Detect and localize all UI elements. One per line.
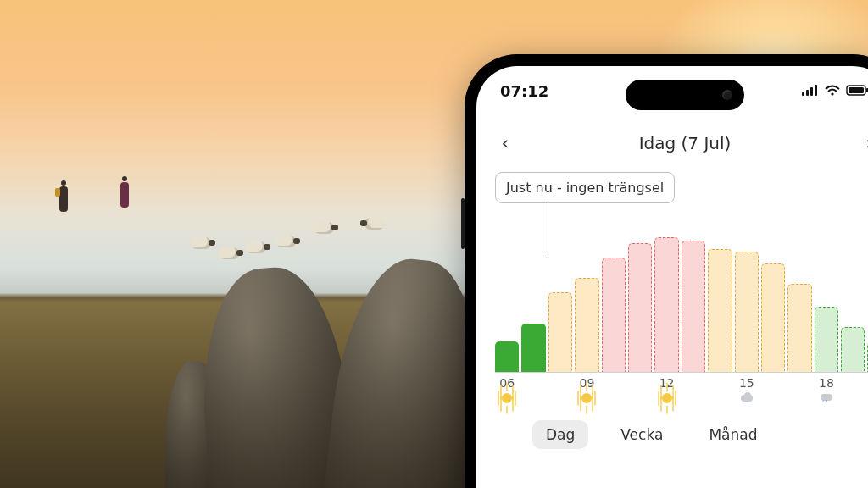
xtick: 15 <box>739 376 754 390</box>
bar-hour-10[interactable] <box>602 258 626 373</box>
phone-screen: 07:12 ‹ Idag (7 Jul) › Just nu - ingen t… <box>476 66 868 488</box>
bar-hour-18[interactable] <box>815 307 838 373</box>
hiker <box>120 182 129 208</box>
bar-hour-17[interactable] <box>787 284 811 373</box>
bar-hour-16[interactable] <box>761 263 785 373</box>
xtick: 06 <box>499 376 515 390</box>
xtick: 09 <box>579 376 594 390</box>
now-tooltip-text: Just nu - ingen trängsel <box>506 180 664 196</box>
bar-hour-6[interactable] <box>495 341 519 373</box>
phone-mockup: 07:12 ‹ Idag (7 Jul) › Just nu - ingen t… <box>465 54 868 488</box>
svg-rect-0 <box>802 92 804 96</box>
svg-rect-1 <box>806 90 809 96</box>
bar-hour-12[interactable] <box>654 237 678 373</box>
hiker <box>59 186 68 212</box>
bar-hour-13[interactable] <box>682 241 705 373</box>
bar-hour-8[interactable] <box>548 292 572 373</box>
bar-hour-9[interactable] <box>575 278 598 373</box>
prev-day-button[interactable]: ‹ <box>497 132 514 153</box>
tab-week[interactable]: Vecka <box>607 420 676 449</box>
sheep <box>364 218 385 230</box>
wifi-icon <box>824 85 841 97</box>
sheep <box>314 222 334 234</box>
next-day-button[interactable]: › <box>856 132 868 153</box>
bar-hour-14[interactable] <box>708 249 732 373</box>
svg-rect-6 <box>849 87 864 93</box>
status-time: 07:12 <box>500 82 548 100</box>
date-title: Idag (7 Jul) <box>639 133 732 153</box>
status-bar: 07:12 <box>476 66 868 115</box>
bar-hour-11[interactable] <box>628 243 652 373</box>
crowding-chart: 0609121518 <box>495 212 868 403</box>
date-nav: ‹ Idag (7 Jul) › <box>495 132 868 153</box>
xtick: 12 <box>659 376 675 390</box>
bar-hour-19[interactable] <box>841 327 865 373</box>
svg-point-4 <box>831 92 833 95</box>
sheep <box>191 237 211 249</box>
weather-icon <box>660 391 674 405</box>
bar-hour-15[interactable] <box>735 252 759 373</box>
cellular-icon <box>802 85 819 97</box>
svg-rect-3 <box>815 85 817 96</box>
xtick: 18 <box>819 376 834 390</box>
battery-icon <box>846 85 868 97</box>
weather-icon <box>500 391 514 405</box>
tab-month[interactable]: Månad <box>695 420 771 449</box>
weather-icon <box>580 391 593 405</box>
bar-hour-7[interactable] <box>521 324 545 373</box>
sheep <box>246 241 266 253</box>
svg-rect-2 <box>810 87 813 96</box>
tab-day[interactable]: Dag <box>532 420 588 449</box>
sheep <box>219 247 239 259</box>
weather-icon <box>820 391 833 405</box>
weather-icon <box>740 391 754 405</box>
sheep <box>275 236 296 247</box>
now-tooltip: Just nu - ingen trängsel <box>495 172 675 203</box>
range-tabs: Dag Vecka Månad <box>495 420 868 449</box>
